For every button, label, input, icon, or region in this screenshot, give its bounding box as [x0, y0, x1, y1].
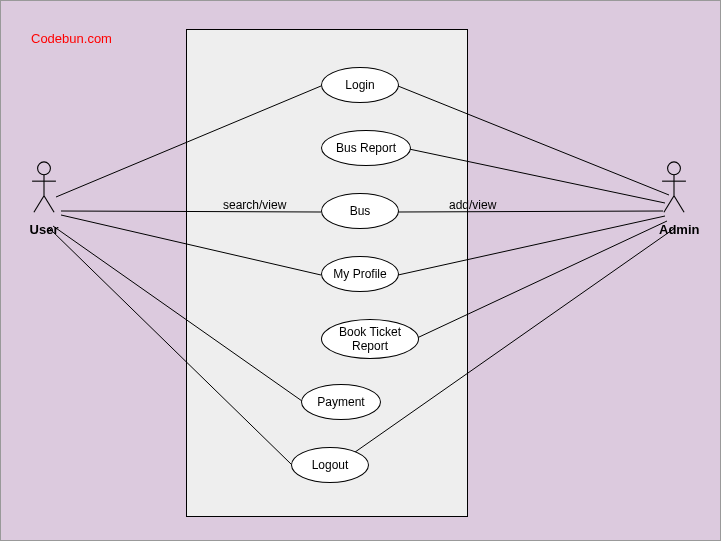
actor-admin-label: Admin — [659, 222, 699, 237]
svg-line-14 — [34, 196, 44, 213]
usecase-book-ticket-report: Book Ticket Report — [321, 319, 419, 359]
usecase-payment: Payment — [301, 384, 381, 420]
usecase-login-label: Login — [345, 78, 374, 92]
svg-line-20 — [674, 196, 684, 213]
usecase-bus-label: Bus — [350, 204, 371, 218]
actor-admin: Admin — [659, 161, 699, 237]
usecase-logout: Logout — [291, 447, 369, 483]
usecase-logout-label: Logout — [312, 458, 349, 472]
usecase-bus-report: Bus Report — [321, 130, 411, 166]
svg-line-15 — [44, 196, 54, 213]
usecase-book-ticket-report-label: Book Ticket Report — [339, 325, 401, 354]
usecase-bus: Bus — [321, 193, 399, 229]
edge-label-admin-bus: add/view — [449, 198, 496, 212]
actor-user-label: User — [29, 222, 59, 237]
usecase-my-profile: My Profile — [321, 256, 399, 292]
usecase-login: Login — [321, 67, 399, 103]
edge-label-user-bus: search/view — [223, 198, 286, 212]
svg-point-16 — [668, 162, 681, 175]
svg-line-19 — [664, 196, 674, 213]
usecase-my-profile-label: My Profile — [333, 267, 386, 281]
watermark: Codebun.com — [31, 31, 112, 46]
actor-user: User — [29, 161, 59, 237]
usecase-payment-label: Payment — [317, 395, 364, 409]
svg-point-11 — [38, 162, 51, 175]
usecase-bus-report-label: Bus Report — [336, 141, 396, 155]
